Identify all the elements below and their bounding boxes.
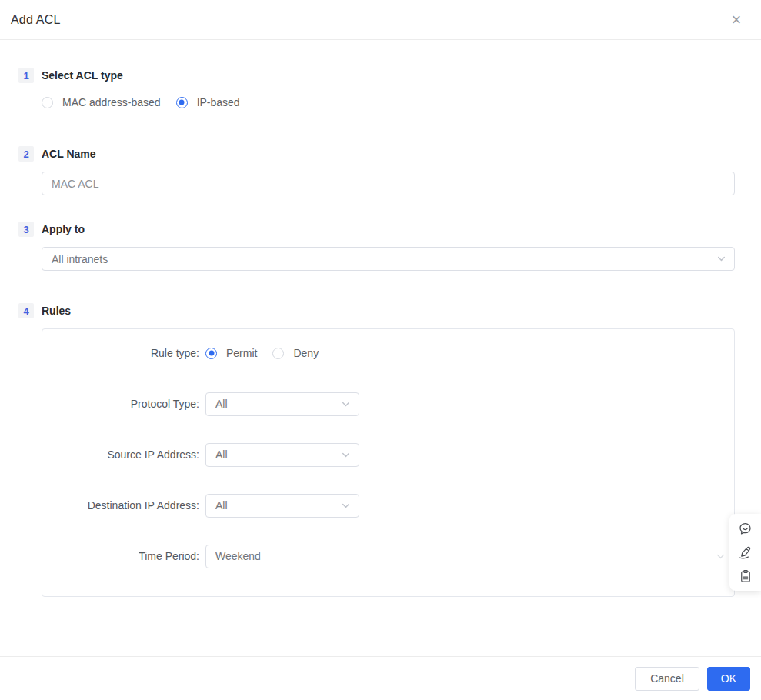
radio-checked-icon — [205, 348, 217, 359]
chevron-down-icon — [341, 399, 351, 409]
floating-tools-panel — [729, 514, 761, 591]
source-ip-label: Source IP Address: — [87, 448, 199, 461]
destination-ip-label: Destination IP Address: — [87, 499, 199, 512]
chevron-down-icon — [716, 552, 726, 562]
dialog-header: Add ACL × — [0, 0, 761, 40]
step-number-badge: 2 — [18, 146, 34, 162]
select-value: All — [215, 398, 228, 410]
destination-ip-row: Destination IP Address: All — [42, 494, 734, 517]
time-period-select[interactable]: Weekend — [205, 545, 734, 568]
dialog-title: Add ACL — [11, 13, 61, 27]
source-ip-row: Source IP Address: All — [42, 443, 734, 466]
radio-unchecked-icon — [42, 97, 53, 108]
step-number-badge: 4 — [18, 303, 34, 318]
step-acl-name: 2 ACL Name — [18, 146, 735, 195]
protocol-type-row: Protocol Type: All — [42, 392, 734, 415]
select-value: All — [215, 448, 228, 461]
add-acl-dialog: Add ACL × 1 Select ACL type MAC address-… — [0, 0, 761, 700]
step-number-badge: 3 — [18, 222, 34, 237]
clipboard-icon[interactable] — [736, 567, 755, 585]
step-head: 3 Apply to — [18, 222, 735, 237]
close-icon[interactable]: × — [727, 11, 746, 29]
rule-type-label: Rule type: — [87, 347, 199, 359]
step-number-badge: 1 — [18, 68, 34, 83]
radio-ip-based[interactable]: IP-based — [176, 96, 240, 108]
cancel-button[interactable]: Cancel — [635, 667, 699, 691]
step-apply-to: 3 Apply to All intranets — [18, 222, 735, 271]
ok-button[interactable]: OK — [707, 667, 750, 691]
chevron-down-icon — [341, 501, 351, 511]
radio-label: Deny — [293, 347, 319, 359]
protocol-type-select[interactable]: All — [205, 392, 359, 416]
chat-smile-icon[interactable] — [736, 519, 755, 538]
chevron-down-icon — [716, 254, 726, 264]
step-head: 1 Select ACL type — [18, 68, 735, 83]
step-head: 2 ACL Name — [18, 146, 735, 162]
rule-type-row: Rule type: Permit Deny — [42, 342, 734, 365]
step-heading: Select ACL type — [42, 69, 123, 82]
chevron-down-icon — [341, 450, 351, 460]
select-value: All intranets — [52, 253, 108, 265]
step-heading: ACL Name — [42, 148, 96, 160]
acl-type-radio-group: MAC address-based IP-based — [42, 93, 735, 112]
step-head: 4 Rules — [18, 303, 735, 318]
dialog-body: 1 Select ACL type MAC address-based IP-b… — [0, 40, 761, 597]
radio-deny[interactable]: Deny — [272, 347, 319, 359]
radio-mac-address-based[interactable]: MAC address-based — [42, 96, 161, 108]
radio-label: Permit — [226, 347, 257, 359]
step-select-acl-type: 1 Select ACL type MAC address-based IP-b… — [18, 68, 735, 112]
time-period-row: Time Period: Weekend — [42, 545, 734, 568]
radio-label: MAC address-based — [62, 96, 161, 108]
radio-permit[interactable]: Permit — [205, 347, 257, 359]
apply-to-select[interactable]: All intranets — [42, 247, 735, 271]
step-heading: Rules — [42, 305, 71, 317]
step-rules: 4 Rules Rule type: Permit — [18, 303, 735, 597]
select-value: All — [215, 499, 228, 512]
time-period-label: Time Period: — [87, 550, 199, 562]
dialog-footer: Cancel OK — [0, 656, 761, 700]
protocol-type-label: Protocol Type: — [87, 398, 199, 410]
source-ip-select[interactable]: All — [205, 443, 359, 467]
radio-unchecked-icon — [272, 348, 284, 359]
radio-checked-icon — [176, 97, 188, 108]
signature-pen-icon[interactable] — [736, 543, 755, 562]
select-value: Weekend — [215, 550, 261, 562]
rules-panel: Rule type: Permit Deny — [42, 328, 735, 597]
rule-type-radio-group: Permit Deny — [205, 344, 319, 362]
step-heading: Apply to — [42, 223, 85, 235]
acl-name-input[interactable] — [42, 172, 735, 195]
radio-label: IP-based — [197, 96, 240, 108]
destination-ip-select[interactable]: All — [205, 494, 359, 518]
